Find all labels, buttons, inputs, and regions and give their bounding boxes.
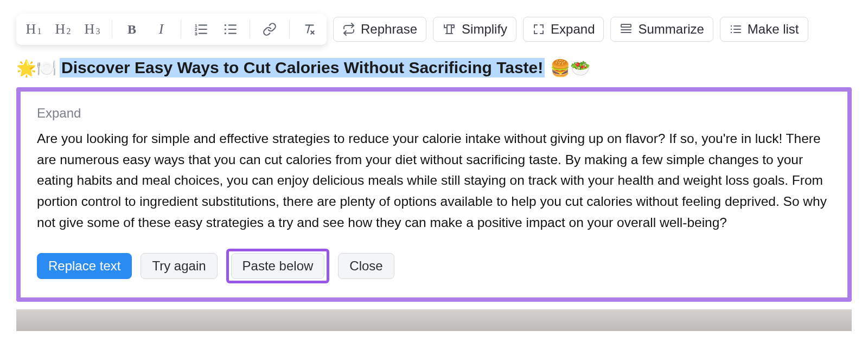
paste-below-highlight: Paste below (226, 249, 330, 283)
image-placeholder (16, 309, 852, 331)
clear-format-button[interactable] (298, 19, 320, 40)
bold-button[interactable]: B (121, 19, 143, 40)
headline-text: Discover Easy Ways to Cut Calories Witho… (60, 58, 545, 77)
svg-point-6 (225, 24, 226, 26)
svg-point-15 (731, 25, 732, 27)
try-again-button[interactable]: Try again (141, 253, 217, 279)
summarize-button[interactable]: Summarize (610, 17, 713, 42)
link-icon (263, 22, 277, 36)
unordered-list-button[interactable] (219, 19, 241, 40)
rephrase-label: Rephrase (361, 22, 417, 37)
toolbar: H1 H2 H3 B I 1 2 3 (16, 14, 852, 45)
expand-icon (532, 23, 545, 36)
panel-body: Are you looking for simple and effective… (37, 128, 831, 234)
make-list-button[interactable]: Make list (720, 17, 808, 42)
svg-text:3: 3 (195, 31, 197, 36)
expand-button[interactable]: Expand (523, 17, 604, 42)
summarize-icon (620, 23, 633, 36)
make-list-icon (729, 23, 742, 36)
ordered-list-icon: 1 2 3 (194, 22, 208, 36)
svg-rect-12 (621, 24, 631, 27)
heading2-button[interactable]: H2 (52, 19, 74, 40)
link-button[interactable] (259, 19, 280, 40)
toolbar-divider (112, 20, 112, 38)
italic-button[interactable]: I (150, 19, 172, 40)
expand-panel: Expand Are you looking for simple and ef… (16, 87, 852, 302)
replace-text-button[interactable]: Replace text (37, 253, 132, 279)
rephrase-button[interactable]: Rephrase (333, 17, 426, 42)
simplify-icon (442, 23, 456, 36)
simplify-button[interactable]: Simplify (433, 17, 516, 42)
svg-point-17 (731, 32, 732, 33)
rephrase-icon (342, 23, 355, 36)
svg-point-7 (225, 28, 226, 30)
panel-title: Expand (37, 106, 831, 121)
headline-emoji-right: 🍔🥗 (550, 59, 590, 77)
unordered-list-icon (223, 22, 237, 36)
toolbar-divider (181, 20, 181, 38)
summarize-label: Summarize (638, 22, 704, 37)
document-headline[interactable]: 🌟🍽️ Discover Easy Ways to Cut Calories W… (16, 58, 852, 77)
clear-format-icon (302, 22, 316, 36)
panel-actions: Replace text Try again Paste below Close (37, 249, 831, 283)
toolbar-divider (289, 20, 290, 38)
svg-point-8 (225, 33, 226, 34)
simplify-label: Simplify (462, 22, 507, 37)
svg-point-16 (731, 29, 732, 30)
formatting-toolbar: H1 H2 H3 B I 1 2 3 (16, 14, 327, 45)
ordered-list-button[interactable]: 1 2 3 (190, 19, 212, 40)
paste-below-button[interactable]: Paste below (231, 253, 325, 279)
expand-label: Expand (551, 22, 595, 37)
heading1-button[interactable]: H1 (23, 19, 44, 40)
make-list-label: Make list (748, 22, 799, 37)
headline-emoji-left: 🌟🍽️ (16, 59, 56, 77)
toolbar-divider (250, 20, 250, 38)
heading3-button[interactable]: H3 (81, 19, 103, 40)
close-button[interactable]: Close (338, 253, 394, 279)
